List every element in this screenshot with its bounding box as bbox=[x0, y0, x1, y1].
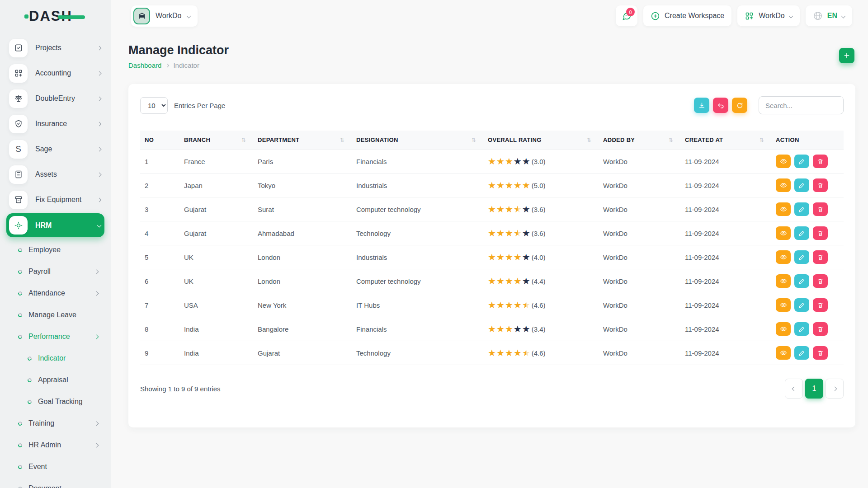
full-star-icon: ★ bbox=[505, 300, 514, 310]
edit-button[interactable] bbox=[794, 346, 809, 360]
sidebar-item-doubleentry[interactable]: DoubleEntry bbox=[6, 86, 104, 111]
sidebar-item-manage-leave[interactable]: Manage Leave bbox=[6, 304, 104, 326]
view-button[interactable] bbox=[776, 226, 791, 240]
cell-action bbox=[771, 269, 844, 293]
sidebar-item-goal-tracking[interactable]: Goal Tracking bbox=[6, 391, 104, 413]
view-button[interactable] bbox=[776, 250, 791, 264]
pencil-icon bbox=[798, 206, 805, 213]
delete-button[interactable] bbox=[813, 155, 828, 168]
next-page-button[interactable] bbox=[826, 379, 844, 399]
edit-button[interactable] bbox=[794, 202, 809, 216]
create-indicator-button[interactable] bbox=[839, 48, 854, 63]
create-workspace-button[interactable]: Create Workspace bbox=[643, 5, 731, 26]
view-button[interactable] bbox=[776, 178, 791, 192]
column-header-designation[interactable]: DESIGNATION⇅ bbox=[352, 131, 483, 150]
page-1-button[interactable]: 1 bbox=[805, 379, 823, 399]
sidebar-item-attendance[interactable]: Attendance bbox=[6, 282, 104, 304]
delete-button[interactable] bbox=[813, 178, 828, 192]
pencil-icon bbox=[798, 182, 805, 189]
bullet-ring-icon bbox=[18, 269, 23, 274]
app-logo[interactable]: DASH bbox=[0, 0, 111, 33]
edit-button[interactable] bbox=[794, 226, 809, 240]
sidebar-item-indicator[interactable]: Indicator bbox=[6, 347, 104, 369]
shield-check-icon bbox=[9, 115, 28, 133]
column-header-created-at[interactable]: CREATED AT⇅ bbox=[680, 131, 771, 150]
empty-star-icon: ★ bbox=[522, 324, 531, 333]
edit-button[interactable] bbox=[794, 298, 809, 312]
sidebar-item-event[interactable]: Event bbox=[6, 456, 104, 478]
delete-button[interactable] bbox=[813, 346, 828, 360]
cell-no: 4 bbox=[140, 221, 179, 245]
workspace-switcher[interactable]: WorkDo bbox=[131, 5, 198, 27]
pencil-icon bbox=[798, 230, 805, 237]
sidebar-item-accounting[interactable]: Accounting bbox=[6, 61, 104, 86]
edit-button[interactable] bbox=[794, 155, 809, 168]
sidebar-item-payroll[interactable]: Payroll bbox=[6, 261, 104, 282]
sort-icon[interactable]: ⇅ bbox=[669, 137, 676, 143]
sort-icon[interactable]: ⇅ bbox=[472, 137, 479, 143]
sort-icon[interactable]: ⇅ bbox=[760, 137, 767, 143]
cell-added-by: WorkDo bbox=[599, 341, 680, 365]
empty-star-icon: ★ bbox=[522, 229, 531, 238]
sidebar-item-fix-equipment[interactable]: Fix Equipment bbox=[6, 187, 104, 212]
sidebar-item-performance[interactable]: Performance bbox=[6, 326, 104, 347]
sort-icon[interactable]: ⇅ bbox=[587, 137, 594, 143]
column-header-branch[interactable]: BRANCH⇅ bbox=[179, 131, 253, 150]
edit-button[interactable] bbox=[794, 274, 809, 288]
sidebar-item-training[interactable]: Training bbox=[6, 413, 104, 434]
delete-button[interactable] bbox=[813, 250, 828, 264]
cell-designation: Industrials bbox=[352, 174, 483, 197]
view-button[interactable] bbox=[776, 346, 791, 360]
search-input[interactable] bbox=[759, 96, 844, 114]
delete-button[interactable] bbox=[813, 226, 828, 240]
column-header-added-by[interactable]: ADDED BY⇅ bbox=[599, 131, 680, 150]
view-button[interactable] bbox=[776, 274, 791, 288]
cell-action bbox=[771, 317, 844, 341]
column-header-overall-rating[interactable]: OVERALL RATING⇅ bbox=[483, 131, 599, 150]
reset-button[interactable] bbox=[713, 98, 728, 113]
edit-button[interactable] bbox=[794, 178, 809, 192]
sort-icon[interactable]: ⇅ bbox=[241, 137, 249, 143]
previous-page-button[interactable] bbox=[785, 379, 803, 399]
table-row: 9 India Gujarat Technology ★★★★★(4.6) Wo… bbox=[140, 341, 844, 365]
sidebar-item-employee[interactable]: Employee bbox=[6, 239, 104, 261]
delete-button[interactable] bbox=[813, 274, 828, 288]
delete-button[interactable] bbox=[813, 322, 828, 336]
export-button[interactable] bbox=[694, 98, 709, 113]
rating-value: (4.6) bbox=[532, 301, 546, 309]
eye-icon bbox=[780, 349, 787, 357]
full-star-icon: ★ bbox=[522, 181, 531, 190]
sidebar-item-assets[interactable]: Assets bbox=[6, 162, 104, 187]
sidebar-item-projects[interactable]: Projects bbox=[6, 35, 104, 61]
refresh-button[interactable] bbox=[732, 98, 747, 113]
edit-button[interactable] bbox=[794, 322, 809, 336]
sidebar-item-appraisal[interactable]: Appraisal bbox=[6, 369, 104, 391]
sidebar-item-hrm[interactable]: HRM bbox=[6, 213, 104, 237]
showing-entries-text: Showing 1 to 9 of 9 entries bbox=[140, 385, 221, 393]
entries-per-page-select[interactable]: 10 bbox=[140, 97, 168, 114]
empty-star-icon: ★ bbox=[514, 324, 522, 333]
workspace-menu-button[interactable]: WorkDo bbox=[737, 5, 800, 26]
sidebar-item-document[interactable]: Document bbox=[6, 478, 104, 488]
indicator-table-card: 10 Entries Per Page bbox=[128, 84, 855, 427]
breadcrumb-dashboard-link[interactable]: Dashboard bbox=[128, 61, 161, 69]
view-button[interactable] bbox=[776, 155, 791, 168]
view-button[interactable] bbox=[776, 322, 791, 336]
sidebar-item-hr-admin[interactable]: HR Admin bbox=[6, 434, 104, 456]
rating-value: (3.0) bbox=[532, 158, 546, 165]
sidebar-item-sage[interactable]: S Sage bbox=[6, 136, 104, 162]
sidebar-item-insurance[interactable]: Insurance bbox=[6, 111, 104, 136]
view-button[interactable] bbox=[776, 202, 791, 216]
language-selector[interactable]: EN bbox=[806, 5, 852, 26]
column-header-department[interactable]: DEPARTMENT⇅ bbox=[253, 131, 352, 150]
delete-button[interactable] bbox=[813, 202, 828, 216]
cell-branch: India bbox=[179, 317, 253, 341]
view-button[interactable] bbox=[776, 298, 791, 312]
sort-icon[interactable]: ⇅ bbox=[340, 137, 347, 143]
create-workspace-label: Create Workspace bbox=[665, 12, 724, 20]
messages-button[interactable]: 0 bbox=[616, 5, 637, 26]
edit-button[interactable] bbox=[794, 250, 809, 264]
delete-button[interactable] bbox=[813, 298, 828, 312]
star-rating: ★★★★★ bbox=[488, 157, 531, 166]
cell-added-by: WorkDo bbox=[599, 245, 680, 269]
